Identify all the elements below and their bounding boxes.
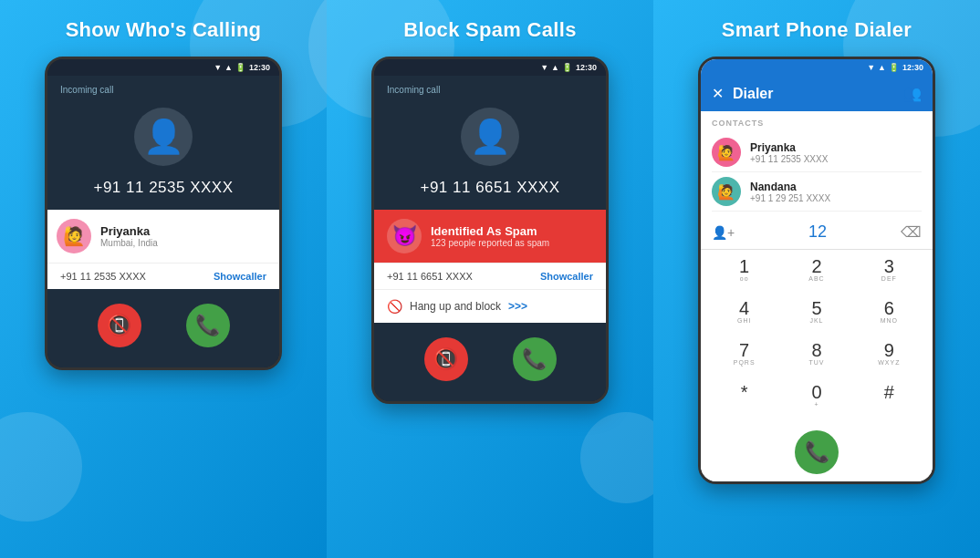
signal-icon-2: ▼ <box>540 63 548 72</box>
decline-button-1[interactable]: 📵 <box>98 304 141 347</box>
key-alpha-3: DEF <box>881 275 897 284</box>
incoming-label-1: Incoming call <box>60 85 113 95</box>
call-buttons-1: 📵 📞 <box>47 289 279 353</box>
caller-photo-1: 🙋 <box>57 219 91 253</box>
dialer-header: ✕ Dialer 👥 <box>701 76 933 111</box>
key-9[interactable]: 9WXYZ <box>853 334 925 376</box>
spam-info: Identified As Spam 123 people reported a… <box>431 224 593 248</box>
caller-number-display-2: +91 11 6651 XXXX <box>387 271 473 282</box>
spam-icon: 😈 <box>387 219 422 253</box>
decline-button-2[interactable]: 📵 <box>424 337 468 381</box>
battery-icon-2: 🔋 <box>562 63 572 72</box>
phone-screen-1: Incoming call 👤 +91 11 2535 XXXX 🙋 Priya… <box>47 76 279 367</box>
hangup-text: Hang up and block <box>410 300 501 313</box>
incoming-label-2: Incoming call <box>387 85 440 95</box>
contact-avatar-priyanka: 🙋 <box>712 138 741 167</box>
key-5[interactable]: 5JKL <box>780 292 852 334</box>
key-2[interactable]: 2ABC <box>780 250 852 292</box>
status-time-1: 12:30 <box>249 63 270 72</box>
panel-dialer: Smart Phone Dialer ▼ ▲ 🔋 12:30 ✕ Dialer … <box>653 0 980 558</box>
answer-button-2[interactable]: 📞 <box>513 337 557 381</box>
status-bar-1: ▼ ▲ 🔋 12:30 <box>47 59 279 76</box>
contact-number-nandana: +91 1 29 251 XXXX <box>750 193 830 203</box>
key-alpha-2: ABC <box>808 275 824 284</box>
status-icons-1: ▼ ▲ 🔋 <box>214 63 245 72</box>
key-num-#: # <box>884 383 894 401</box>
key-alpha-1: oo <box>740 275 749 284</box>
phone-screen-2: Incoming call 👤 +91 11 6651 XXXX 😈 Ident… <box>374 76 606 401</box>
key-num-2: 2 <box>811 257 821 275</box>
key-num-0: 0 <box>811 383 821 401</box>
phone-number-row-2: +91 11 6651 XXXX Showcaller <box>374 263 606 289</box>
key-alpha-0: + <box>814 401 818 410</box>
panel-show-whos-calling: Show Who's Calling ▼ ▲ 🔋 12:30 Incoming … <box>0 0 327 558</box>
answer-button-1[interactable]: 📞 <box>186 304 230 347</box>
caller-info-1: Priyanka Mumbai, India <box>100 224 266 248</box>
status-bar-3: ▼ ▲ 🔋 12:30 <box>701 59 933 76</box>
panel3-title: Smart Phone Dialer <box>722 18 912 42</box>
contact-info-nandana: Nandana +91 1 29 251 XXXX <box>750 181 830 203</box>
key-num-9: 9 <box>884 341 894 359</box>
close-icon[interactable]: ✕ <box>712 85 724 102</box>
status-bar-2: ▼ ▲ 🔋 12:30 <box>374 59 606 76</box>
signal-icon-3: ▼ <box>867 63 875 72</box>
status-icons-2: ▼ ▲ 🔋 <box>540 63 572 72</box>
dialer-title: Dialer <box>733 86 894 102</box>
key-alpha-5: JKL <box>809 317 823 326</box>
contact-name-nandana: Nandana <box>750 181 830 193</box>
key-#[interactable]: # <box>853 376 925 418</box>
caller-avatar-2: 👤 <box>461 108 519 166</box>
contacts-icon[interactable]: 👥 <box>903 85 922 102</box>
phone-number-row-1: +91 11 2535 XXXX Showcaller <box>47 263 279 289</box>
key-4[interactable]: 4GHI <box>708 292 780 334</box>
call-buttons-2: 📵 📞 <box>374 323 606 387</box>
phone-number-1: +91 11 2535 XXXX <box>93 179 233 197</box>
status-icons-3: ▼ ▲ 🔋 <box>867 63 899 72</box>
key-num-6: 6 <box>884 299 894 317</box>
key-0[interactable]: 0+ <box>780 376 852 418</box>
key-6[interactable]: 6MNO <box>853 292 925 334</box>
caller-card-1: 🙋 Priyanka Mumbai, India <box>47 210 279 263</box>
contact-row-priyanka[interactable]: 🙋 Priyanka +91 11 2535 XXXX <box>712 133 922 172</box>
key-num-1: 1 <box>739 257 749 275</box>
contact-row-nandana[interactable]: 🙋 Nandana +91 1 29 251 XXXX <box>712 172 922 212</box>
key-alpha-6: MNO <box>881 317 898 326</box>
backspace-icon[interactable]: ⌫ <box>901 223 922 241</box>
showcaller-link-1[interactable]: Showcaller <box>214 271 266 282</box>
key-num-7: 7 <box>739 341 749 359</box>
contact-name-priyanka: Priyanka <box>750 141 828 154</box>
key-1[interactable]: 1oo <box>708 250 780 292</box>
add-contact-icon[interactable]: 👤+ <box>712 225 735 240</box>
caller-location-1: Mumbai, India <box>100 238 266 248</box>
block-icon: 🚫 <box>387 299 402 314</box>
spam-card: 😈 Identified As Spam 123 people reported… <box>374 210 606 263</box>
person-icon-2: 👤 <box>470 118 511 156</box>
key-alpha-9: WXYZ <box>878 359 900 368</box>
caller-number-display-1: +91 11 2535 XXXX <box>60 271 146 282</box>
dialer-call-button[interactable]: 📞 <box>795 430 839 474</box>
dialer-call-btn-row: 📞 <box>701 425 933 481</box>
phone-mockup-3: ▼ ▲ 🔋 12:30 ✕ Dialer 👥 CONTACTS 🙋 Priyan… <box>698 57 935 484</box>
key-8[interactable]: 8TUV <box>780 334 852 376</box>
phone-mockup-1: ▼ ▲ 🔋 12:30 Incoming call 👤 +91 11 2535 … <box>45 57 282 370</box>
wifi-icon-2: ▲ <box>551 63 559 72</box>
contacts-section: CONTACTS 🙋 Priyanka +91 11 2535 XXXX 🙋 N… <box>701 111 933 215</box>
key-3[interactable]: 3DEF <box>853 250 925 292</box>
panel-block-spam: Block Spam Calls ▼ ▲ 🔋 12:30 Incoming ca… <box>327 0 653 558</box>
key-num-4: 4 <box>739 299 749 317</box>
key-7[interactable]: 7PQRS <box>708 334 780 376</box>
spam-subtitle: 123 people reported as spam <box>431 238 593 248</box>
contacts-label: CONTACTS <box>712 119 922 128</box>
spam-title: Identified As Spam <box>431 224 593 238</box>
battery-icon-3: 🔋 <box>889 63 899 72</box>
dialer-input-row: 👤+ 12 ⌫ <box>701 215 933 250</box>
panel1-title: Show Who's Calling <box>66 18 262 42</box>
showcaller-link-2[interactable]: Showcaller <box>540 271 593 282</box>
key-*[interactable]: * <box>708 376 780 418</box>
key-num-*: * <box>741 383 748 401</box>
key-alpha-8: TUV <box>808 359 824 368</box>
hangup-row[interactable]: 🚫 Hang up and block >>> <box>374 289 606 323</box>
signal-icon: ▼ <box>214 63 222 72</box>
key-num-8: 8 <box>811 341 821 359</box>
battery-icon: 🔋 <box>235 63 245 72</box>
